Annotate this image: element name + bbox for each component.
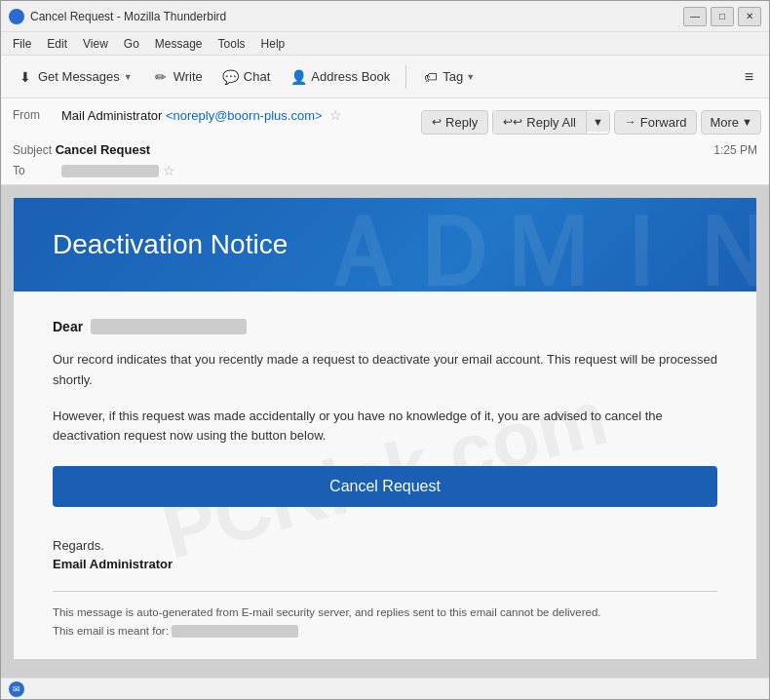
chat-icon: 💬 [222, 68, 240, 86]
window-title: Cancel Request - Mozilla Thunderbird [30, 10, 683, 23]
dear-text: Dear [53, 319, 83, 334]
menu-view[interactable]: View [75, 35, 116, 53]
forward-icon: → [625, 115, 636, 129]
more-arrow-icon: ▼ [742, 116, 752, 128]
reply-all-icon: ↩↩ [503, 115, 522, 129]
to-value-blurred [61, 165, 159, 177]
email-body-inner: Dear Our record indicates that you recen… [53, 319, 717, 640]
footer-email-blurred [172, 625, 298, 638]
chat-button[interactable]: 💬 Chat [214, 64, 278, 90]
more-button[interactable]: More ▼ [701, 110, 761, 135]
to-star-icon[interactable]: ☆ [163, 163, 175, 178]
main-toolbar: ⬇ Get Messages ▼ ✏ Write 💬 Chat 👤 Addres… [1, 56, 769, 98]
tag-icon: 🏷 [422, 68, 440, 86]
from-email: <noreply@boorn-plus.com> [166, 108, 323, 123]
menu-tools[interactable]: Tools [211, 35, 253, 53]
reply-all-split: ↩↩ Reply All ▼ [492, 110, 609, 135]
paragraph-2: However, if this request was made accide… [53, 407, 717, 447]
tag-arrow[interactable]: ▼ [466, 72, 475, 82]
footer-text: This message is auto-generated from E-ma… [53, 603, 717, 640]
reply-label: Reply [445, 115, 478, 130]
more-label: More [710, 115, 739, 130]
recipient-blurred [91, 319, 247, 334]
subject-value: Cancel Request [56, 142, 151, 157]
address-book-label: Address Book [311, 69, 390, 84]
subject-row: Subject Cancel Request 1:25 PM [1, 139, 769, 160]
menu-bar: File Edit View Go Message Tools Help [1, 32, 769, 56]
status-icon: ✉ [9, 681, 24, 697]
footer-divider [53, 591, 717, 592]
chat-label: Chat [244, 69, 270, 84]
email-header: From Mail Administrator <noreply@boorn-p… [1, 98, 769, 185]
write-label: Write [173, 69, 203, 84]
email-banner: ＡＤＭＩＮ Deactivation Notice [14, 198, 756, 292]
hamburger-menu-button[interactable]: ≡ [737, 64, 761, 90]
address-book-button[interactable]: 👤 Address Book [282, 64, 398, 90]
reply-button[interactable]: ↩ Reply [421, 110, 488, 135]
close-button[interactable]: ✕ [738, 7, 761, 26]
menu-go[interactable]: Go [116, 35, 147, 53]
main-window: Cancel Request - Mozilla Thunderbird — □… [0, 0, 770, 700]
regards-text: Regards. Email Administrator [53, 538, 717, 571]
footer-line-1: This message is auto-generated from E-ma… [53, 603, 717, 621]
write-button[interactable]: ✏ Write [144, 64, 211, 90]
to-row: To ☆ [1, 160, 769, 184]
get-messages-arrow[interactable]: ▼ [124, 72, 133, 82]
email-body-content: PCRisk.com Dear Our record indicates tha… [14, 292, 756, 659]
address-book-icon: 👤 [289, 68, 307, 86]
menu-message[interactable]: Message [147, 35, 211, 53]
app-icon [9, 9, 24, 24]
tag-button[interactable]: 🏷 Tag ▼ [414, 64, 482, 90]
email-content-area[interactable]: ＡＤＭＩＮ Deactivation Notice PCRisk.com Dea… [1, 185, 769, 678]
menu-help[interactable]: Help [253, 35, 293, 53]
dear-line: Dear [53, 319, 717, 334]
minimize-button[interactable]: — [683, 7, 707, 26]
status-bar: ✉ [1, 678, 769, 699]
footer-line-2-text: This email is meant for: [53, 625, 169, 637]
cancel-request-button[interactable]: Cancel Request [53, 466, 717, 507]
from-star-icon[interactable]: ☆ [329, 107, 342, 123]
from-label: From [13, 108, 61, 122]
regards-line: Regards. [53, 538, 717, 553]
email-time: 1:25 PM [713, 143, 757, 157]
forward-button[interactable]: → Forward [614, 110, 698, 135]
footer-line-2: This email is meant for: [53, 622, 717, 640]
tag-label: Tag [443, 69, 463, 84]
write-icon: ✏ [152, 68, 170, 86]
reply-toolbar: ↩ Reply ↩↩ Reply All ▼ → Forward More ▼ [413, 104, 769, 139]
forward-label: Forward [640, 115, 687, 130]
maximize-button[interactable]: □ [711, 7, 734, 26]
get-messages-button[interactable]: ⬇ Get Messages ▼ [9, 64, 140, 90]
to-label: To [13, 164, 61, 177]
reply-all-label: Reply All [526, 115, 576, 130]
from-row: From Mail Administrator <noreply@boorn-p… [1, 104, 413, 126]
reply-arrow-icon: ↩ [432, 115, 442, 129]
toolbar-divider [405, 65, 406, 89]
from-value: Mail Administrator <noreply@boorn-plus.c… [61, 107, 402, 123]
paragraph-1: Our record indicates that you recently m… [53, 350, 717, 391]
signature: Email Administrator [53, 557, 717, 571]
window-controls: — □ ✕ [683, 7, 761, 26]
email-body: ＡＤＭＩＮ Deactivation Notice PCRisk.com Dea… [13, 197, 757, 660]
banner-title: Deactivation Notice [53, 229, 717, 260]
menu-edit[interactable]: Edit [39, 35, 75, 53]
title-bar: Cancel Request - Mozilla Thunderbird — □… [1, 1, 769, 32]
from-name: Mail Administrator [61, 108, 162, 123]
get-messages-label: Get Messages [38, 69, 120, 84]
get-messages-icon: ⬇ [17, 68, 34, 86]
subject-label: Subject [13, 143, 52, 157]
reply-all-dropdown[interactable]: ▼ [587, 112, 609, 132]
reply-all-button[interactable]: ↩↩ Reply All [493, 111, 587, 134]
menu-file[interactable]: File [5, 35, 39, 53]
